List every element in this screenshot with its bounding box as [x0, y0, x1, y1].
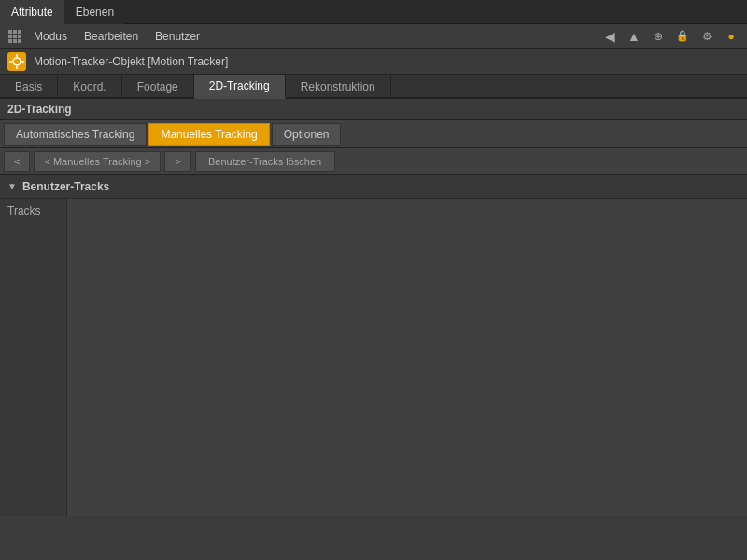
- subtab-automatisches-tracking[interactable]: Automatisches Tracking: [4, 123, 147, 146]
- nav-manual-tracking-button[interactable]: < Manuelles Tracking >: [34, 151, 161, 172]
- menu-modus[interactable]: Modus: [26, 27, 75, 46]
- tracks-section-header[interactable]: ▼ Benutzer-Tracks: [0, 175, 747, 199]
- svg-rect-0: [8, 30, 12, 34]
- svg-rect-3: [8, 35, 12, 38]
- svg-rect-2: [18, 30, 21, 34]
- svg-rect-5: [18, 35, 21, 38]
- section-header: 2D-Tracking: [0, 99, 747, 120]
- object-title: Motion-Tracker-Objekt [Motion Tracker]: [34, 55, 228, 68]
- menu-benutzer[interactable]: Benutzer: [148, 27, 207, 46]
- tracks-section: ▼ Benutzer-Tracks Tracks: [0, 175, 747, 516]
- tab-footage[interactable]: Footage: [122, 75, 194, 99]
- lock-icon[interactable]: 🔒: [672, 26, 693, 47]
- tab-attribute[interactable]: Attribute: [0, 0, 64, 24]
- circle-icon[interactable]: ●: [721, 26, 741, 47]
- nav-buttons-row: < < Manuelles Tracking > > Benutzer-Trac…: [0, 148, 747, 175]
- svg-rect-7: [13, 39, 17, 43]
- menu-bearbeiten[interactable]: Bearbeiten: [77, 27, 146, 46]
- main-tabs: Basis Koord. Footage 2D-Tracking Rekonst…: [0, 75, 747, 99]
- plus-circle-icon[interactable]: ⊕: [648, 26, 669, 47]
- svg-rect-1: [13, 30, 17, 34]
- svg-rect-8: [18, 39, 21, 43]
- object-type-icon: [7, 52, 26, 71]
- svg-rect-4: [13, 35, 17, 38]
- tracks-row-label: Tracks: [0, 199, 67, 516]
- subtab-optionen[interactable]: Optionen: [272, 123, 342, 146]
- menu-bar: Modus Bearbeiten Benutzer ◀ ▲ ⊕ 🔒 ⚙ ●: [0, 24, 747, 49]
- tracks-data-area: [67, 199, 747, 516]
- menu-grid-icon[interactable]: [6, 27, 24, 46]
- top-tab-bar: Attribute Ebenen: [0, 0, 747, 24]
- sub-tabs: Automatisches Tracking Manuelles Trackin…: [0, 120, 747, 148]
- nav-next-button[interactable]: >: [164, 151, 190, 172]
- gear-icon[interactable]: ⚙: [697, 26, 717, 47]
- tracks-section-label: Benutzer-Tracks: [22, 180, 109, 193]
- tracks-content-area: Tracks: [0, 199, 747, 516]
- nav-prev-button[interactable]: <: [4, 151, 30, 172]
- arrow-left-icon[interactable]: ◀: [599, 26, 620, 47]
- tab-ebenen[interactable]: Ebenen: [64, 0, 125, 24]
- tab-koord[interactable]: Koord.: [58, 75, 121, 99]
- menu-right-icons: ◀ ▲ ⊕ 🔒 ⚙ ●: [599, 26, 741, 47]
- collapse-arrow-icon: ▼: [7, 181, 17, 191]
- tab-2d-tracking[interactable]: 2D-Tracking: [194, 75, 286, 99]
- subtab-manuelles-tracking[interactable]: Manuelles Tracking: [148, 123, 269, 146]
- tab-basis[interactable]: Basis: [0, 75, 58, 99]
- arrow-up-icon[interactable]: ▲: [624, 26, 644, 47]
- delete-user-tracks-button[interactable]: Benutzer-Tracks löschen: [195, 151, 335, 172]
- object-title-bar: Motion-Tracker-Objekt [Motion Tracker]: [0, 49, 747, 75]
- svg-rect-6: [8, 39, 12, 43]
- tab-rekonstruktion[interactable]: Rekonstruktion: [286, 75, 391, 99]
